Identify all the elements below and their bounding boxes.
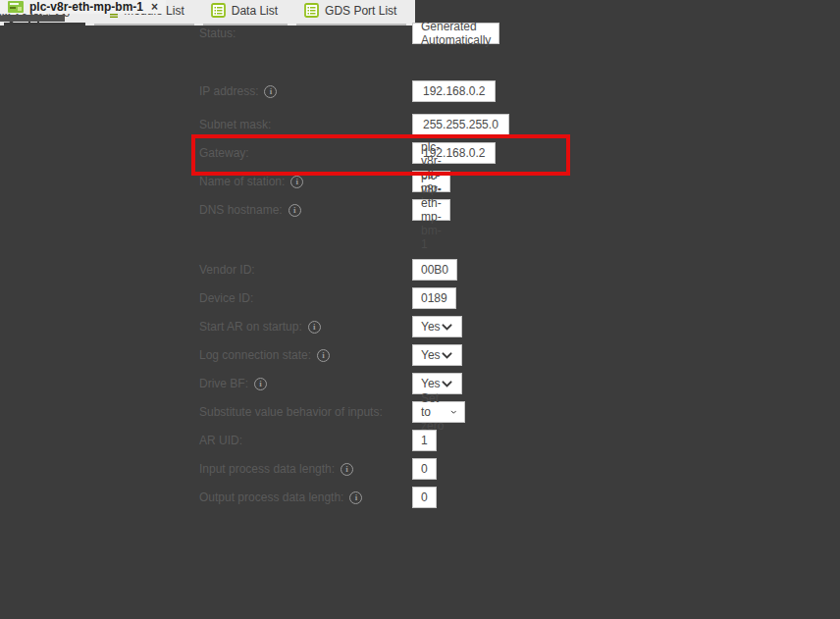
ip-address-label: IP address:	[199, 84, 258, 98]
input-length-label: Input process data length:	[199, 462, 335, 476]
dns-hostname-field[interactable]: plc-v8r-eth-mp-bm-1	[412, 199, 450, 221]
document-tab[interactable]: plc-v8r-eth-mp-bm-1 ×	[0, 0, 166, 14]
vendor-id-label: Vendor ID:	[199, 263, 412, 277]
info-icon[interactable]: i	[349, 491, 362, 504]
log-connection-label: Log connection state:	[199, 348, 311, 362]
drive-bf-label: Drive BF:	[199, 377, 248, 390]
start-ar-dropdown[interactable]: Yes	[412, 316, 462, 337]
substitute-value-label: Substitute value behavior of inputs:	[199, 405, 412, 419]
plc-device-icon	[8, 1, 24, 13]
status-field[interactable]: Generated Automatically	[412, 23, 499, 44]
output-length-label: Output process data length:	[199, 490, 343, 504]
info-icon[interactable]: i	[254, 378, 267, 390]
tab-data-list[interactable]: Data List	[203, 0, 288, 26]
info-icon[interactable]: i	[341, 463, 353, 476]
start-ar-label: Start AR on startup:	[199, 320, 302, 334]
input-length-field[interactable]: 0	[412, 458, 437, 480]
status-label: Status:	[199, 26, 412, 40]
vendor-id-field[interactable]: 00B0	[412, 259, 457, 281]
ar-uid-label: AR UID:	[199, 434, 412, 447]
substitute-value-dropdown[interactable]: Set to zero	[412, 401, 465, 423]
info-icon[interactable]: i	[264, 85, 277, 98]
ethernet-section-heading: Ethernet	[199, 53, 247, 67]
document-tab-label: plc-v8r-eth-mp-bm-1	[29, 0, 143, 14]
ar-uid-field[interactable]: 1	[412, 430, 437, 451]
device-id-label: Device ID:	[199, 291, 412, 305]
chevron-down-icon	[450, 407, 457, 417]
data-list-icon	[211, 3, 226, 18]
info-icon[interactable]: i	[317, 349, 330, 362]
info-icon[interactable]: i	[308, 321, 321, 334]
profinet-section-heading: Profinet device	[199, 230, 243, 257]
document-tab-close-icon[interactable]: ×	[151, 0, 158, 14]
output-length-field[interactable]: 0	[412, 487, 437, 508]
info-icon[interactable]: i	[290, 176, 303, 188]
gateway-label: Gateway:	[199, 146, 412, 160]
chevron-down-icon	[441, 350, 453, 360]
name-of-station-label: Name of station:	[199, 175, 285, 188]
gds-port-list-icon	[304, 3, 319, 18]
tab-data-list-label: Data List	[232, 4, 278, 18]
subnet-mask-field[interactable]: 255.255.255.0	[412, 114, 509, 135]
tab-gds-port-list-label: GDS Port List	[325, 4, 396, 18]
subnet-mask-label: Subnet mask:	[199, 118, 412, 131]
chevron-down-icon	[441, 379, 453, 388]
ip-address-field[interactable]: 192.168.0.2	[412, 80, 496, 102]
info-icon[interactable]: i	[289, 204, 301, 217]
dns-hostname-label: DNS hostname:	[199, 203, 283, 217]
application-window: plc-v8r-eth-mp-bm-1 × Settings	[0, 0, 840, 619]
chevron-down-icon	[441, 322, 453, 332]
log-connection-dropdown[interactable]: Yes	[412, 344, 462, 366]
tab-gds-port-list[interactable]: GDS Port List	[296, 0, 406, 26]
device-id-field[interactable]: 0189	[412, 287, 456, 309]
